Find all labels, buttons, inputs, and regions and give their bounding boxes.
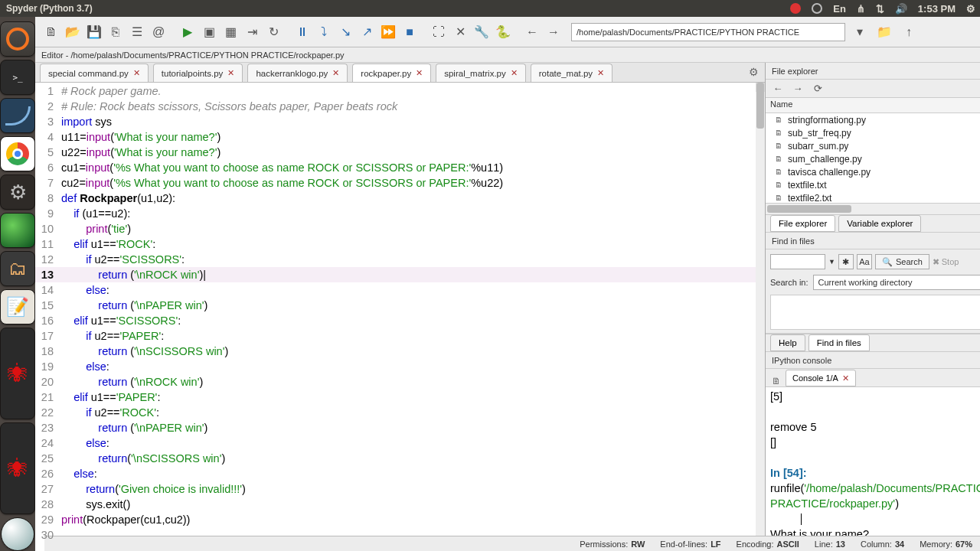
editor-path-bar: Editor - /home/palash/Documents/PRACTICE… bbox=[35, 47, 980, 63]
console-tab-close-icon[interactable]: ✕ bbox=[842, 373, 849, 383]
run-icon[interactable]: ▶ bbox=[178, 22, 198, 42]
step-over-icon[interactable]: ⤵ bbox=[314, 22, 334, 42]
dash-icon[interactable] bbox=[0, 21, 35, 57]
file-row[interactable]: 🗎textfile.txt123 by bbox=[766, 178, 980, 191]
bluetooth-icon[interactable]: ⋔ bbox=[857, 3, 865, 15]
console-tab[interactable]: Console 1/A ✕ bbox=[786, 370, 856, 386]
stop-debug-icon[interactable]: ■ bbox=[400, 22, 420, 42]
working-dir-dropdown-icon[interactable]: ▾ bbox=[850, 22, 870, 42]
console-file-icon[interactable]: 🗎 bbox=[772, 376, 782, 386]
file-row[interactable]: 🗎tavisca challenge.py1 bbox=[766, 165, 980, 178]
step-out-icon[interactable]: ↗ bbox=[357, 22, 377, 42]
tab-close-icon[interactable]: ✕ bbox=[597, 68, 604, 78]
working-dir-combo[interactable]: /home/palash/Documents/PRACTICE/PYTHON P… bbox=[571, 23, 845, 41]
file-row[interactable]: 🗎stringformationg.py611 by bbox=[766, 113, 980, 126]
nav-forward-icon[interactable]: → bbox=[544, 22, 564, 42]
fe-back-icon[interactable]: ← bbox=[772, 83, 784, 95]
editor-tab[interactable]: tutorialpoints.py ✕ bbox=[153, 64, 243, 82]
parent-dir-icon[interactable]: ↑ bbox=[899, 22, 919, 42]
tab-close-icon[interactable]: ✕ bbox=[511, 68, 518, 78]
editor-tab[interactable]: hackerranklogo.py ✕ bbox=[247, 64, 348, 82]
system-settings-icon[interactable]: ⚙ bbox=[0, 174, 35, 210]
tab-close-icon[interactable]: ✕ bbox=[133, 68, 140, 78]
rerun-icon[interactable]: ↻ bbox=[263, 22, 283, 42]
tab-close-icon[interactable]: ✕ bbox=[416, 68, 423, 78]
tab-file-explorer[interactable]: File explorer bbox=[770, 215, 835, 232]
system-tray: En ⋔ ⇅ 🔊 1:53 PM ⚙ bbox=[790, 0, 975, 17]
camera-icon[interactable] bbox=[0, 213, 35, 248]
fe-col-name[interactable]: Name bbox=[766, 98, 980, 112]
tab-close-icon[interactable]: ✕ bbox=[227, 68, 234, 78]
find-input[interactable] bbox=[770, 254, 825, 269]
app-icon-2[interactable] bbox=[1, 517, 34, 551]
file-row[interactable]: 🗎subarr_sum.py1 bbox=[766, 139, 980, 152]
editor-tab[interactable]: rockpaper.py ✕ bbox=[352, 64, 431, 82]
terminal-icon[interactable]: >_ bbox=[0, 60, 35, 95]
step-into-icon[interactable]: ↘ bbox=[335, 22, 355, 42]
search-in-combo[interactable]: Current working directory bbox=[813, 275, 980, 290]
chrome-icon[interactable] bbox=[0, 136, 35, 171]
spyder-icon[interactable]: 🕷 bbox=[0, 328, 35, 419]
settings-icon[interactable]: ⚙ bbox=[966, 3, 975, 15]
console-output[interactable]: [5] remove 5 [] In [54]: runfile('/home/… bbox=[766, 387, 980, 551]
continue-icon[interactable]: ⏩ bbox=[378, 22, 398, 42]
file-row[interactable]: 🗎sum_challenge.py269 by bbox=[766, 152, 980, 165]
status-line: 13 bbox=[836, 540, 845, 549]
preferences-icon[interactable]: 🔧 bbox=[472, 22, 492, 42]
tab-variable-explorer[interactable]: Variable explorer bbox=[838, 215, 921, 232]
tray-icon[interactable] bbox=[812, 3, 822, 14]
clock[interactable]: 1:53 PM bbox=[918, 3, 956, 15]
text-editor-icon[interactable]: 📝 bbox=[0, 289, 35, 324]
run-selection-icon[interactable]: ⇥ bbox=[242, 22, 262, 42]
fe-fwd-icon[interactable]: → bbox=[792, 83, 804, 95]
run-cell-icon[interactable]: ▣ bbox=[199, 22, 219, 42]
find-panel: ▼ ✱ Aa 🔍 Search ✖ Stop Search in: Curren… bbox=[766, 249, 980, 334]
file-row[interactable]: 🗎textfile2.txt27 by bbox=[766, 191, 980, 204]
file-row[interactable]: 🗎sub_str_freq.py603 by bbox=[766, 126, 980, 139]
nav-back-icon[interactable]: ← bbox=[522, 22, 542, 42]
new-file-icon[interactable]: 🗎 bbox=[41, 22, 61, 42]
right-panel: File explorer ▫✕ ← → ⟳ ⚙ Name Size 🗎stri… bbox=[766, 63, 980, 551]
tab-close-icon[interactable]: ✕ bbox=[332, 68, 339, 78]
files-icon[interactable]: 🗂 bbox=[0, 251, 35, 286]
file-explorer-list[interactable]: 🗎stringformationg.py611 by🗎sub_str_freq.… bbox=[766, 113, 980, 204]
debug-icon[interactable]: ⏸ bbox=[292, 22, 312, 42]
tab-help[interactable]: Help bbox=[770, 334, 805, 351]
network-icon[interactable]: ⇅ bbox=[876, 3, 884, 15]
find-case-button[interactable]: Aa bbox=[857, 254, 872, 269]
file-explorer-header[interactable]: Name Size bbox=[766, 98, 980, 113]
editor-tab[interactable]: rotate_mat.py ✕ bbox=[531, 64, 612, 82]
language-indicator[interactable]: En bbox=[833, 3, 846, 15]
run-cell-advance-icon[interactable]: ▦ bbox=[220, 22, 240, 42]
find-regex-icon[interactable]: ✱ bbox=[838, 254, 854, 269]
fe-hscrollbar[interactable] bbox=[766, 204, 980, 214]
find-title: Find in files ▫✕ bbox=[766, 233, 980, 249]
open-file-icon[interactable]: 📂 bbox=[63, 22, 83, 42]
app-icon[interactable] bbox=[0, 98, 35, 133]
status-mem: 67% bbox=[956, 540, 972, 549]
spyder-icon-2[interactable]: 🕷 bbox=[0, 422, 35, 514]
python-path-icon[interactable]: 🐍 bbox=[493, 22, 513, 42]
code-content[interactable]: # Rock paper game.# Rule: Rock beats sci… bbox=[61, 83, 765, 551]
save-all-icon[interactable]: ⎘ bbox=[106, 22, 126, 42]
find-search-button[interactable]: 🔍 Search bbox=[875, 254, 929, 269]
record-indicator-icon[interactable] bbox=[790, 3, 801, 14]
browse-dir-icon[interactable]: 📁 bbox=[874, 22, 894, 42]
code-editor[interactable]: 1234567891011121314151617181920212223242… bbox=[35, 83, 765, 551]
tab-find[interactable]: Find in files bbox=[808, 334, 870, 351]
status-enc: ASCII bbox=[777, 540, 799, 549]
at-icon[interactable]: @ bbox=[149, 22, 168, 42]
list-icon[interactable]: ☰ bbox=[127, 22, 147, 42]
editor-tab[interactable]: special command.py ✕ bbox=[40, 64, 149, 82]
spyder-window: 🗎 📂 💾 ⎘ ☰ @ ▶ ▣ ▦ ⇥ ↻ ⏸ ⤵ ↘ ↗ ⏩ ■ ⛶ ✕ 🔧 … bbox=[35, 17, 980, 551]
find-results[interactable] bbox=[770, 295, 980, 330]
fe-up-icon[interactable]: ⟳ bbox=[812, 83, 824, 95]
save-icon[interactable]: 💾 bbox=[84, 22, 104, 42]
volume-icon[interactable]: 🔊 bbox=[895, 3, 907, 15]
fullscreen-icon[interactable]: ✕ bbox=[450, 22, 470, 42]
file-icon: 🗎 bbox=[773, 129, 784, 138]
find-stop-button: ✖ Stop bbox=[933, 257, 959, 267]
tab-options-icon[interactable]: ⚙ bbox=[749, 66, 759, 78]
maximize-pane-icon[interactable]: ⛶ bbox=[429, 22, 449, 42]
editor-tab[interactable]: spiral_matrix.py ✕ bbox=[436, 64, 526, 82]
